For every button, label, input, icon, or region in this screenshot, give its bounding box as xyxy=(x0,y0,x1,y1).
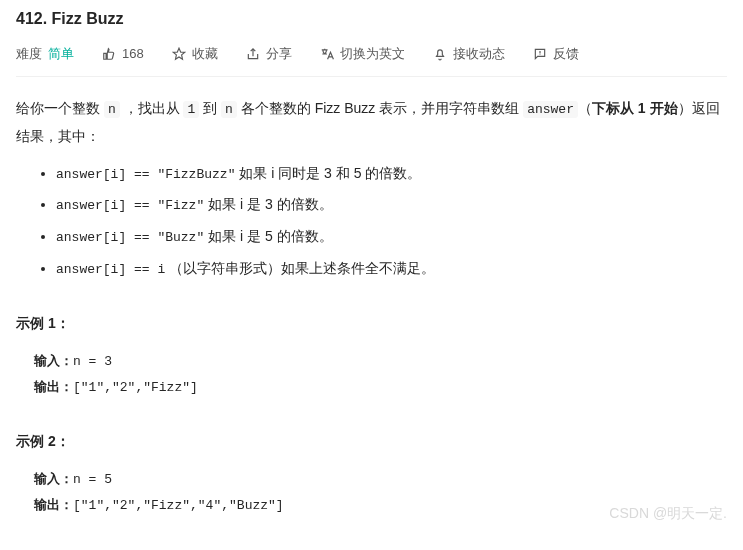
subscribe-label: 接收动态 xyxy=(453,44,505,65)
example-output: 输出：["1","2","Fizz","4","Buzz"] xyxy=(34,493,727,519)
code-inline: n xyxy=(104,101,120,118)
difficulty-label: 难度 xyxy=(16,44,42,65)
list-item: answer[i] == i （以字符串形式）如果上述条件全不满足。 xyxy=(56,255,727,283)
like-count: 168 xyxy=(122,44,144,65)
text: 如果 i 同时是 3 和 5 的倍数。 xyxy=(235,165,421,181)
code-inline: n xyxy=(221,101,237,118)
input-value: n = 3 xyxy=(73,354,112,369)
feedback-button[interactable]: 反馈 xyxy=(533,44,579,65)
bold-text: 下标从 1 开始 xyxy=(592,100,678,116)
meta-bar: 难度 简单 168 收藏 分享 切换为英文 接收动态 反馈 xyxy=(16,44,727,78)
example-label: 示例 1： xyxy=(16,310,727,337)
switch-language-label: 切换为英文 xyxy=(340,44,405,65)
like-button[interactable]: 168 xyxy=(102,44,144,65)
example-block: 输入：n = 3 输出：["1","2","Fizz"] xyxy=(34,349,727,400)
rules-list: answer[i] == "FizzBuzz" 如果 i 同时是 3 和 5 的… xyxy=(56,160,727,283)
difficulty: 难度 简单 xyxy=(16,44,74,65)
difficulty-value: 简单 xyxy=(48,44,74,65)
feedback-icon xyxy=(533,47,547,61)
translate-icon xyxy=(320,47,334,61)
text: ，找出从 xyxy=(120,100,184,116)
feedback-label: 反馈 xyxy=(553,44,579,65)
text: 到 xyxy=(199,100,221,116)
problem-title: 412. Fizz Buzz xyxy=(16,6,727,32)
subscribe-button[interactable]: 接收动态 xyxy=(433,44,505,65)
output-value: ["1","2","Fizz"] xyxy=(73,380,198,395)
list-item: answer[i] == "Buzz" 如果 i 是 5 的倍数。 xyxy=(56,223,727,251)
share-icon xyxy=(246,47,260,61)
output-value: ["1","2","Fizz","4","Buzz"] xyxy=(73,498,284,513)
share-label: 分享 xyxy=(266,44,292,65)
problem-description: 给你一个整数 n ，找出从 1 到 n 各个整数的 Fizz Buzz 表示，并… xyxy=(16,95,727,518)
text: 如果 i 是 5 的倍数。 xyxy=(204,228,332,244)
text: 如果 i 是 3 的倍数。 xyxy=(204,196,332,212)
output-label: 输出： xyxy=(34,379,73,394)
text: 给你一个整数 xyxy=(16,100,104,116)
example-input: 输入：n = 3 xyxy=(34,349,727,375)
share-button[interactable]: 分享 xyxy=(246,44,292,65)
text: 各个整数的 Fizz Buzz 表示，并用字符串数组 xyxy=(237,100,523,116)
example-output: 输出：["1","2","Fizz"] xyxy=(34,375,727,401)
favorite-button[interactable]: 收藏 xyxy=(172,44,218,65)
input-label: 输入： xyxy=(34,471,73,486)
text: （ xyxy=(578,100,592,116)
code-inline: 1 xyxy=(183,101,199,118)
output-label: 输出： xyxy=(34,497,73,512)
star-icon xyxy=(172,47,186,61)
list-item: answer[i] == "Fizz" 如果 i 是 3 的倍数。 xyxy=(56,191,727,219)
code-inline: answer[i] == "Fizz" xyxy=(56,198,204,213)
example-block: 输入：n = 5 输出：["1","2","Fizz","4","Buzz"] xyxy=(34,467,727,518)
description-paragraph: 给你一个整数 n ，找出从 1 到 n 各个整数的 Fizz Buzz 表示，并… xyxy=(16,95,727,149)
code-inline: answer xyxy=(523,101,578,118)
text: （以字符串形式）如果上述条件全不满足。 xyxy=(165,260,435,276)
input-label: 输入： xyxy=(34,353,73,368)
list-item: answer[i] == "FizzBuzz" 如果 i 同时是 3 和 5 的… xyxy=(56,160,727,188)
example-label: 示例 2： xyxy=(16,428,727,455)
bell-icon xyxy=(433,47,447,61)
thumbs-up-icon xyxy=(102,47,116,61)
favorite-label: 收藏 xyxy=(192,44,218,65)
code-inline: answer[i] == "FizzBuzz" xyxy=(56,167,235,182)
example-input: 输入：n = 5 xyxy=(34,467,727,493)
input-value: n = 5 xyxy=(73,472,112,487)
switch-language-button[interactable]: 切换为英文 xyxy=(320,44,405,65)
code-inline: answer[i] == i xyxy=(56,262,165,277)
code-inline: answer[i] == "Buzz" xyxy=(56,230,204,245)
